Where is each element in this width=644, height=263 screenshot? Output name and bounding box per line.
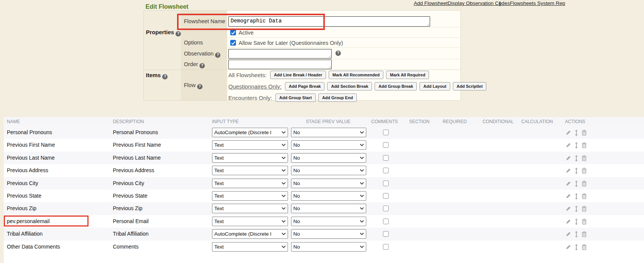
edit-pencil-icon[interactable] xyxy=(565,181,571,187)
chevron-down-icon xyxy=(282,220,286,223)
input-type-select[interactable]: Text xyxy=(212,242,288,252)
stage-prev-value-select[interactable]: No xyxy=(291,191,366,201)
stage-prev-value-select[interactable]: No xyxy=(291,128,366,137)
chevron-down-icon xyxy=(282,246,286,248)
comments-checkbox[interactable] xyxy=(383,206,389,211)
move-updown-icon[interactable] xyxy=(574,142,578,149)
comments-checkbox[interactable] xyxy=(383,193,389,199)
edit-pencil-icon[interactable] xyxy=(565,168,571,174)
observation-help-icon[interactable]: ? xyxy=(215,52,220,58)
row-name: Previous First Name xyxy=(7,139,55,151)
move-updown-icon[interactable] xyxy=(574,155,578,162)
top-nav-links: |Add Flowsheet|Display Observation Codes… xyxy=(414,0,565,6)
add-group-start-button[interactable]: Add Group Start xyxy=(275,93,316,102)
resize-handle-icon[interactable] xyxy=(328,65,331,68)
delete-trash-icon[interactable] xyxy=(581,219,587,225)
move-updown-icon[interactable] xyxy=(574,231,578,238)
stage-prev-value-select[interactable]: No xyxy=(291,179,366,188)
delete-trash-icon[interactable] xyxy=(581,142,587,148)
allow-save-checkbox[interactable] xyxy=(230,40,236,46)
input-type-select[interactable]: Text xyxy=(212,179,288,188)
delete-trash-icon[interactable] xyxy=(581,193,587,199)
stage-prev-value-select[interactable]: No xyxy=(291,140,366,150)
edit-pencil-icon[interactable] xyxy=(565,206,571,212)
resize-handle-icon[interactable] xyxy=(328,54,331,58)
edit-pencil-icon[interactable] xyxy=(565,219,571,225)
add-line-break-header-button[interactable]: Add Line Break / Header xyxy=(270,71,326,79)
mark-all-recommended-button[interactable]: Mark All Recommended xyxy=(329,71,383,79)
input-type-select[interactable]: Text xyxy=(212,166,288,175)
delete-trash-icon[interactable] xyxy=(581,155,587,161)
move-updown-icon[interactable] xyxy=(574,193,578,200)
input-type-select[interactable]: AutoComplete (Discrete l xyxy=(212,229,288,239)
comments-checkbox[interactable] xyxy=(383,130,389,135)
input-type-select[interactable]: AutoComplete (Discrete l xyxy=(212,128,288,137)
edit-pencil-icon[interactable] xyxy=(565,142,571,148)
properties-help-icon[interactable]: ? xyxy=(176,31,181,36)
add-layout-button[interactable]: Add Layout xyxy=(419,82,450,90)
row-actions xyxy=(565,193,587,200)
flowsheet-name-input[interactable]: Demographic Data xyxy=(228,16,430,27)
row-description: Personal Email xyxy=(113,215,149,228)
add-scriptlet-button[interactable]: Add Scriptlet xyxy=(453,82,486,90)
edit-pencil-icon[interactable] xyxy=(565,130,571,136)
flow-help-icon[interactable]: ? xyxy=(197,84,203,89)
order-help-icon[interactable]: ? xyxy=(199,63,205,68)
comments-checkbox[interactable] xyxy=(383,168,389,173)
add-section-break-button[interactable]: Add Section Break xyxy=(327,82,372,90)
top-link-flowsheets-system-rep[interactable]: Flowsheets System Rep xyxy=(510,0,565,6)
stage-prev-value-select[interactable]: No xyxy=(291,229,366,239)
top-link-add-flowsheet[interactable]: Add Flowsheet xyxy=(414,0,448,6)
input-type-select[interactable]: Text xyxy=(212,140,288,150)
add-group-break-button[interactable]: Add Group Break xyxy=(375,82,417,90)
stage-prev-value-select[interactable]: No xyxy=(291,153,366,163)
items-help-icon[interactable]: ? xyxy=(162,74,168,79)
stage-prev-value-select[interactable]: No xyxy=(291,217,366,226)
mark-all-required-button[interactable]: Mark All Required xyxy=(386,71,429,79)
row-description: Previous Address xyxy=(113,164,154,177)
delete-trash-icon[interactable] xyxy=(581,168,587,174)
edit-pencil-icon[interactable] xyxy=(565,231,571,237)
comments-checkbox[interactable] xyxy=(383,244,389,250)
edit-pencil-icon[interactable] xyxy=(565,155,571,161)
move-updown-icon[interactable] xyxy=(574,219,578,225)
comments-checkbox[interactable] xyxy=(383,142,389,148)
move-updown-icon[interactable] xyxy=(574,130,578,136)
stage-prev-value-select[interactable]: No xyxy=(291,166,366,175)
move-updown-icon[interactable] xyxy=(574,244,578,250)
comments-checkbox[interactable] xyxy=(383,181,389,186)
comments-checkbox[interactable] xyxy=(383,231,389,237)
allow-save-option-label: Allow Save for Later (Questionnaires Onl… xyxy=(239,40,343,46)
row-actions xyxy=(565,142,587,149)
edit-pencil-icon[interactable] xyxy=(565,193,571,199)
row-actions xyxy=(565,206,587,212)
form-legend: Edit Flowsheet xyxy=(144,3,190,10)
chevron-down-icon xyxy=(282,131,286,134)
active-checkbox[interactable] xyxy=(230,30,236,35)
resize-handle-icon[interactable] xyxy=(426,22,429,26)
delete-trash-icon[interactable] xyxy=(581,206,587,212)
comments-checkbox[interactable] xyxy=(383,155,389,161)
add-group-end-button[interactable]: Add Group End xyxy=(318,93,357,102)
order-input[interactable] xyxy=(228,60,332,69)
move-updown-icon[interactable] xyxy=(574,168,578,174)
delete-trash-icon[interactable] xyxy=(581,244,587,250)
observation-field-help-icon[interactable]: ? xyxy=(335,51,341,56)
stage-prev-value-select[interactable]: No xyxy=(291,242,366,252)
move-updown-icon[interactable] xyxy=(574,206,578,212)
delete-trash-icon[interactable] xyxy=(581,231,587,237)
edit-pencil-icon[interactable] xyxy=(565,244,571,250)
input-type-select[interactable]: Text xyxy=(212,191,288,201)
column-header-actions: ACTIONS xyxy=(565,117,585,126)
observation-input[interactable] xyxy=(228,49,332,59)
chevron-down-icon xyxy=(360,144,364,146)
delete-trash-icon[interactable] xyxy=(581,130,587,136)
delete-trash-icon[interactable] xyxy=(581,181,587,187)
stage-prev-value-select[interactable]: No xyxy=(291,204,366,213)
add-page-break-button[interactable]: Add Page Break xyxy=(285,82,324,90)
input-type-select[interactable]: Text xyxy=(212,153,288,163)
move-updown-icon[interactable] xyxy=(574,181,578,187)
input-type-select[interactable]: Text xyxy=(212,204,288,213)
comments-checkbox[interactable] xyxy=(383,219,389,224)
input-type-select[interactable]: Text xyxy=(212,217,288,226)
